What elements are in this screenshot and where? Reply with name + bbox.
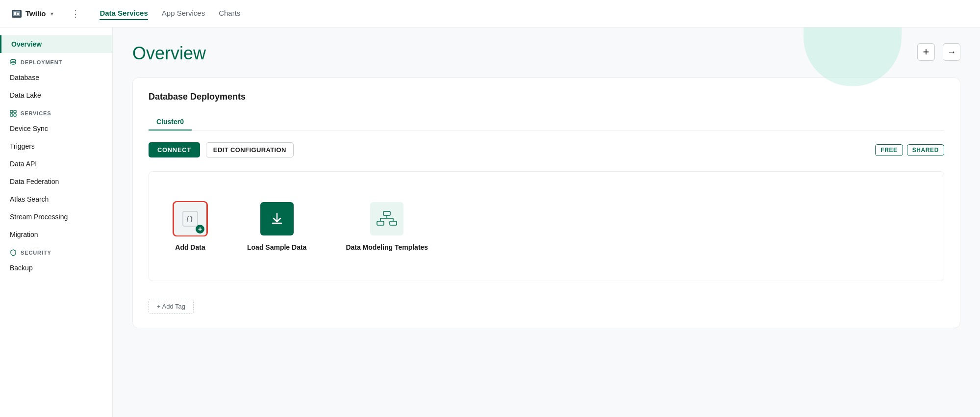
action-cards: {} + Add Data [165,183,928,269]
svg-rect-2 [17,13,19,15]
add-data-icon-wrapper: {} + [173,201,208,236]
add-tag-button[interactable]: + Add Tag [149,299,194,314]
services-section-label: SERVICES [21,110,51,116]
org-selector[interactable]: Twilio ▾ [12,9,53,18]
data-modeling-label: Data Modeling Templates [346,243,428,251]
svg-rect-6 [10,114,13,116]
data-modeling-icon-bg [370,202,403,235]
sidebar-item-migration[interactable]: Migration [0,226,112,243]
svg-rect-5 [14,110,16,113]
org-icon [12,10,22,18]
top-right-actions: + → [917,43,960,61]
database-deployments-card: Database Deployments Cluster0 CONNECT ED… [132,78,960,328]
sidebar-section-deployment: DEPLOYMENT [0,53,112,69]
sidebar-item-overview[interactable]: Overview [0,35,112,53]
load-sample-card[interactable]: Load Sample Data [239,193,314,259]
svg-point-3 [11,59,16,61]
sidebar-item-stream-processing[interactable]: Stream Processing [0,208,112,226]
svg-rect-4 [10,110,13,113]
tab-data-services[interactable]: Data Services [100,7,148,20]
layout: Overview DEPLOYMENT Database Data Lake [0,27,980,417]
load-sample-label: Load Sample Data [247,243,306,251]
security-section-label: SECURITY [21,250,51,256]
svg-rect-11 [377,221,384,225]
sidebar-item-data-api[interactable]: Data API [0,155,112,173]
add-data-label: Add Data [175,243,205,251]
data-modeling-icon-wrapper [369,201,404,236]
data-modeling-card[interactable]: Data Modeling Templates [338,193,436,259]
load-sample-icon-bg [260,202,294,235]
cluster-tabs: Cluster0 [149,114,944,130]
svg-rect-7 [14,114,16,116]
org-chevron-icon: ▾ [50,10,53,17]
add-data-icon-bg: {} + [174,202,206,235]
overview-label: Overview [11,40,42,48]
sidebar-item-device-sync[interactable]: Device Sync [0,120,112,137]
add-data-plus-icon: + [196,225,204,234]
security-icon [10,249,17,256]
badge-free: FREE [875,144,903,156]
sidebar-item-backup[interactable]: Backup [0,259,112,277]
tab-app-services[interactable]: App Services [162,7,205,20]
action-left: CONNECT EDIT CONFIGURATION [149,142,294,157]
services-icon [10,110,17,117]
arrow-right-icon: → [947,47,956,57]
sidebar-item-data-lake[interactable]: Data Lake [0,86,112,104]
more-options-icon[interactable]: ⋮ [71,8,80,19]
load-sample-icon-wrapper [259,201,295,236]
sidebar-section-services: SERVICES [0,104,112,120]
sidebar-item-atlas-search[interactable]: Atlas Search [0,190,112,208]
badge-row: FREE SHARED [875,144,944,156]
navigate-button[interactable]: → [943,43,960,61]
org-name: Twilio [25,9,46,18]
plus-icon: + [923,46,930,58]
sidebar-item-triggers[interactable]: Triggers [0,137,112,155]
sidebar-item-data-federation[interactable]: Data Federation [0,173,112,190]
connect-button[interactable]: CONNECT [149,142,200,157]
svg-rect-10 [383,211,390,215]
main-content: Overview + → Database Deployments Cluste… [113,27,980,417]
card-title: Database Deployments [149,92,944,102]
sidebar: Overview DEPLOYMENT Database Data Lake [0,27,113,417]
sidebar-item-database[interactable]: Database [0,69,112,86]
sidebar-section-security: SECURITY [0,243,112,259]
add-deployment-button[interactable]: + [917,43,935,61]
add-data-card[interactable]: {} + Add Data [165,193,216,259]
action-row: CONNECT EDIT CONFIGURATION FREE SHARED [149,142,944,157]
tab-charts[interactable]: Charts [219,7,240,20]
top-nav: Twilio ▾ ⋮ Data Services App Services Ch… [0,0,980,27]
deployment-icon [10,59,17,66]
svg-text:{}: {} [186,215,194,223]
nav-tabs: Data Services App Services Charts [100,7,240,20]
edit-configuration-button[interactable]: EDIT CONFIGURATION [206,142,294,157]
tab-cluster0[interactable]: Cluster0 [149,114,192,130]
svg-rect-1 [14,12,16,15]
deployment-section-label: DEPLOYMENT [21,59,62,65]
badge-shared: SHARED [907,144,944,156]
svg-rect-12 [390,221,397,225]
